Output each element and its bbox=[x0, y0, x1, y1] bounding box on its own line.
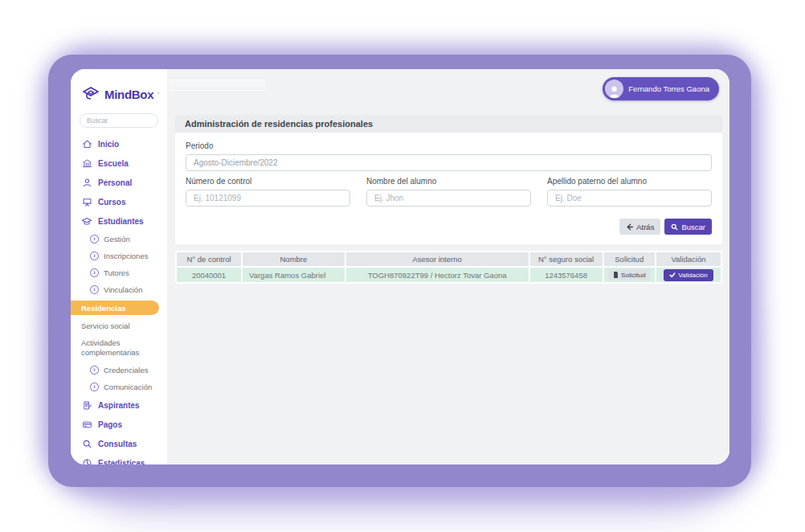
brand-name: MindBox bbox=[104, 88, 153, 101]
avatar bbox=[605, 80, 623, 98]
sidebar-item-gestion[interactable]: Gestión bbox=[71, 231, 167, 248]
sidebar-item-tutores[interactable]: Tutores bbox=[71, 264, 167, 281]
sidebar-item-inicio[interactable]: Inicio bbox=[71, 134, 167, 153]
sidebar-search-input[interactable] bbox=[80, 113, 158, 128]
periodo-label: Periodo bbox=[186, 141, 712, 150]
apellido-paterno-input[interactable] bbox=[547, 190, 712, 207]
filter-row: Número de control Nombre del alumno Apel… bbox=[186, 171, 712, 207]
graduation-cap-icon bbox=[81, 216, 92, 227]
sidebar-item-label: Personal bbox=[98, 178, 132, 187]
check-icon bbox=[669, 272, 676, 278]
apellido-paterno-label: Apellido paterno del alumno bbox=[547, 177, 712, 186]
sidebar-item-estadisticas[interactable]: Estadisticas bbox=[71, 453, 167, 464]
pie-chart-icon bbox=[81, 458, 92, 465]
filters-body: Periodo Número de control Nombre del alu… bbox=[175, 133, 722, 244]
app-window: MindBox ' Inicio Escuela bbox=[0, 0, 805, 532]
sidebar-item-inscripciones[interactable]: Inscripciones bbox=[71, 248, 167, 264]
sidebar-item-label: Estadisticas bbox=[98, 459, 145, 465]
sidebar-item-label: Servicio social bbox=[81, 321, 130, 330]
clipboard-icon bbox=[81, 400, 92, 411]
periodo-input[interactable] bbox=[186, 154, 712, 171]
table-header-row: N° de control Nombre Asesor interno N° s… bbox=[177, 252, 721, 266]
cell-asesor: TOGH870922T99 / Hectorz Tovar Gaona bbox=[346, 268, 529, 282]
sidebar-item-vinculacion[interactable]: Vinculación bbox=[71, 281, 167, 298]
col-nombre: Nombre bbox=[243, 252, 345, 266]
arrow-left-icon bbox=[626, 223, 633, 231]
app-card: MindBox ' Inicio Escuela bbox=[71, 69, 729, 464]
nombre-alumno-label: Nombre del alumno bbox=[366, 177, 531, 186]
sidebar-item-escuela[interactable]: Escuela bbox=[71, 153, 167, 173]
chevron-circle-icon bbox=[90, 268, 99, 277]
search-button[interactable]: Buscar bbox=[664, 219, 712, 235]
payment-card-icon bbox=[81, 419, 92, 430]
solicitud-button[interactable]: Solicitud bbox=[608, 269, 650, 280]
numero-control-input[interactable] bbox=[186, 190, 350, 207]
person-icon bbox=[81, 178, 92, 188]
sidebar-item-label: Residencias bbox=[81, 304, 125, 313]
validacion-button[interactable]: Validación bbox=[664, 269, 713, 281]
user-menu-button[interactable]: Fernando Torres Gaona bbox=[603, 77, 719, 100]
logo[interactable]: MindBox ' bbox=[71, 69, 167, 103]
main-area: Fernando Torres Gaona Administración de … bbox=[167, 69, 729, 464]
search-icon bbox=[671, 223, 678, 231]
sidebar-item-label: Gestión bbox=[104, 235, 130, 243]
sidebar-nav: Inicio Escuela Personal bbox=[71, 134, 167, 464]
sidebar-item-label: Inicio bbox=[98, 140, 119, 149]
cell-seguro: 1243576458 bbox=[530, 268, 603, 282]
content: Administración de residencias profesiona… bbox=[175, 115, 722, 284]
sidebar-item-estudiantes[interactable]: Estudiantes bbox=[71, 211, 167, 231]
col-validacion: Validación bbox=[656, 252, 721, 266]
sidebar-item-comunicacion[interactable]: Comunicación bbox=[71, 379, 167, 395]
chevron-circle-icon bbox=[90, 235, 99, 243]
sidebar-item-label: Consultas bbox=[98, 440, 137, 448]
sidebar-item-personal[interactable]: Personal bbox=[71, 173, 167, 192]
sidebar-item-label: Inscripciones bbox=[104, 252, 148, 260]
sidebar-item-label: Actividades complementarias bbox=[81, 338, 156, 358]
sidebar-item-label: Cursos bbox=[98, 198, 125, 207]
sidebar-item-pagos[interactable]: Pagos bbox=[71, 415, 167, 434]
sidebar: MindBox ' Inicio Escuela bbox=[71, 69, 167, 464]
cell-control: 20040001 bbox=[177, 268, 241, 282]
col-solicitud: Solicitud bbox=[604, 252, 655, 266]
nombre-alumno-input[interactable] bbox=[366, 190, 531, 207]
sidebar-item-label: Escuela bbox=[98, 159, 129, 168]
filter-actions: Atrás Buscar bbox=[186, 219, 712, 235]
sidebar-item-aspirantes[interactable]: Aspirantes bbox=[71, 395, 167, 415]
table-row: 20040001 Vargas Ramos Gabriel TOGH870922… bbox=[177, 268, 721, 282]
sidebar-item-servicio-social[interactable]: Servicio social bbox=[71, 317, 167, 334]
filters-panel: Administración de residencias profesiona… bbox=[175, 115, 722, 244]
sidebar-item-label: Vinculación bbox=[104, 285, 142, 294]
col-seguro: N° seguro social bbox=[530, 252, 603, 266]
col-asesor: Asesor interno bbox=[346, 252, 529, 266]
sidebar-item-label: Tutores bbox=[104, 268, 129, 277]
sidebar-item-label: Pagos bbox=[98, 420, 122, 429]
board-icon bbox=[81, 197, 92, 207]
results-table: N° de control Nombre Asesor interno N° s… bbox=[175, 251, 722, 284]
sidebar-item-label: Comunicación bbox=[104, 383, 152, 391]
breadcrumb-placeholder bbox=[169, 80, 265, 91]
sidebar-item-consultas[interactable]: Consultas bbox=[71, 434, 167, 453]
home-icon bbox=[81, 139, 92, 149]
mindbox-logo-icon bbox=[81, 85, 100, 103]
cell-nombre: Vargas Ramos Gabriel bbox=[243, 268, 345, 282]
chevron-circle-icon bbox=[90, 383, 99, 391]
document-icon bbox=[613, 272, 619, 278]
sidebar-item-residencias-active[interactable]: Residencias bbox=[71, 301, 159, 315]
col-control: N° de control bbox=[177, 252, 241, 266]
chevron-circle-icon bbox=[90, 366, 99, 374]
sidebar-item-cursos[interactable]: Cursos bbox=[71, 192, 167, 211]
back-button[interactable]: Atrás bbox=[619, 219, 660, 235]
sidebar-item-label: Credenciales bbox=[104, 366, 148, 374]
user-name: Fernando Torres Gaona bbox=[628, 84, 709, 93]
cell-validacion: Validación bbox=[656, 268, 721, 282]
results-table-wrap: N° de control Nombre Asesor interno N° s… bbox=[175, 251, 722, 284]
chevron-circle-icon bbox=[90, 252, 99, 260]
numero-control-label: Número de control bbox=[186, 177, 350, 186]
search-icon bbox=[81, 439, 92, 449]
sidebar-item-label: Estudiantes bbox=[98, 217, 144, 226]
sidebar-item-label: Aspirantes bbox=[98, 401, 140, 410]
school-icon bbox=[81, 158, 92, 169]
sidebar-item-actividades-complementarias[interactable]: Actividades complementarias bbox=[71, 334, 167, 362]
sidebar-item-credenciales[interactable]: Credenciales bbox=[71, 362, 167, 379]
brand-trademark: ' bbox=[157, 91, 159, 98]
